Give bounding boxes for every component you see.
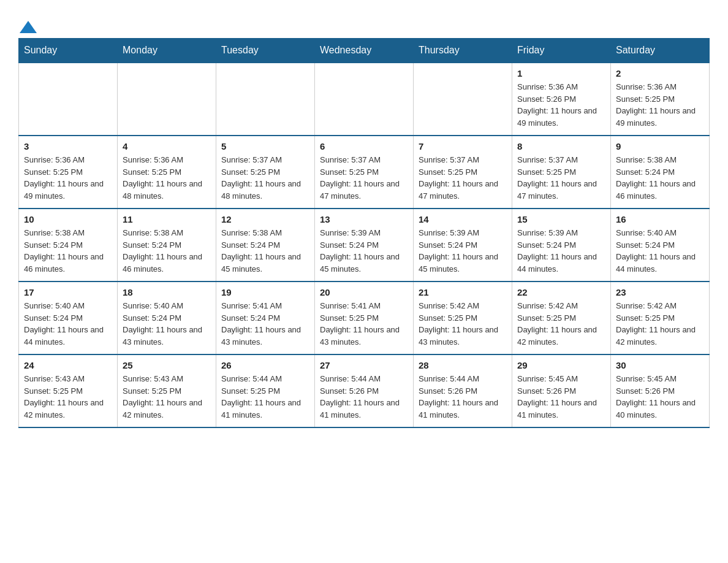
calendar-cell: 27Sunrise: 5:44 AMSunset: 5:26 PMDayligh… — [315, 354, 414, 427]
svg-marker-0 — [20, 21, 37, 33]
calendar-cell: 1Sunrise: 5:36 AMSunset: 5:26 PMDaylight… — [512, 63, 611, 136]
calendar-week-4: 17Sunrise: 5:40 AMSunset: 5:24 PMDayligh… — [19, 282, 710, 354]
day-info: Sunrise: 5:37 AMSunset: 5:25 PMDaylight:… — [419, 154, 507, 202]
calendar-cell: 13Sunrise: 5:39 AMSunset: 5:24 PMDayligh… — [315, 209, 414, 282]
weekday-header-monday: Monday — [118, 39, 216, 63]
calendar-cell: 19Sunrise: 5:41 AMSunset: 5:24 PMDayligh… — [216, 282, 315, 354]
day-info: Sunrise: 5:43 AMSunset: 5:25 PMDaylight:… — [24, 373, 112, 421]
calendar-cell — [216, 63, 315, 136]
day-info: Sunrise: 5:39 AMSunset: 5:24 PMDaylight:… — [517, 227, 605, 275]
day-number: 14 — [419, 214, 507, 224]
calendar-cell: 2Sunrise: 5:36 AMSunset: 5:25 PMDaylight… — [611, 63, 710, 136]
day-info: Sunrise: 5:39 AMSunset: 5:24 PMDaylight:… — [419, 227, 507, 275]
calendar-cell: 30Sunrise: 5:45 AMSunset: 5:26 PMDayligh… — [611, 354, 710, 427]
calendar-cell: 28Sunrise: 5:44 AMSunset: 5:26 PMDayligh… — [414, 354, 512, 427]
calendar-cell: 21Sunrise: 5:42 AMSunset: 5:25 PMDayligh… — [414, 282, 512, 354]
day-number: 13 — [320, 214, 408, 224]
day-number: 2 — [616, 68, 704, 79]
calendar-cell: 14Sunrise: 5:39 AMSunset: 5:24 PMDayligh… — [414, 209, 512, 282]
calendar-cell: 12Sunrise: 5:38 AMSunset: 5:24 PMDayligh… — [216, 209, 315, 282]
calendar-week-3: 10Sunrise: 5:38 AMSunset: 5:24 PMDayligh… — [19, 209, 710, 282]
day-info: Sunrise: 5:40 AMSunset: 5:24 PMDaylight:… — [616, 227, 704, 275]
day-number: 21 — [419, 287, 507, 297]
day-number: 23 — [616, 287, 704, 297]
calendar-cell — [118, 63, 216, 136]
day-number: 3 — [24, 141, 112, 151]
day-number: 26 — [221, 360, 309, 370]
day-info: Sunrise: 5:38 AMSunset: 5:24 PMDaylight:… — [221, 227, 309, 275]
calendar-cell: 10Sunrise: 5:38 AMSunset: 5:24 PMDayligh… — [19, 209, 118, 282]
day-number: 12 — [221, 214, 309, 224]
day-info: Sunrise: 5:45 AMSunset: 5:26 PMDaylight:… — [517, 373, 605, 421]
day-number: 20 — [320, 287, 408, 297]
calendar-cell: 17Sunrise: 5:40 AMSunset: 5:24 PMDayligh… — [19, 282, 118, 354]
day-number: 9 — [616, 141, 704, 151]
day-info: Sunrise: 5:42 AMSunset: 5:25 PMDaylight:… — [517, 300, 605, 348]
calendar-cell: 20Sunrise: 5:41 AMSunset: 5:25 PMDayligh… — [315, 282, 414, 354]
day-info: Sunrise: 5:40 AMSunset: 5:24 PMDaylight:… — [123, 300, 211, 348]
day-number: 28 — [419, 360, 507, 370]
day-info: Sunrise: 5:41 AMSunset: 5:24 PMDaylight:… — [221, 300, 309, 348]
day-number: 7 — [419, 141, 507, 151]
day-info: Sunrise: 5:37 AMSunset: 5:25 PMDaylight:… — [221, 154, 309, 202]
day-number: 24 — [24, 360, 112, 370]
calendar-table: SundayMondayTuesdayWednesdayThursdayFrid… — [18, 38, 710, 428]
calendar-week-5: 24Sunrise: 5:43 AMSunset: 5:25 PMDayligh… — [19, 354, 710, 427]
weekday-header-wednesday: Wednesday — [315, 39, 414, 63]
day-number: 22 — [517, 287, 605, 297]
day-info: Sunrise: 5:36 AMSunset: 5:25 PMDaylight:… — [24, 154, 112, 202]
day-info: Sunrise: 5:43 AMSunset: 5:25 PMDaylight:… — [123, 373, 211, 421]
weekday-header-thursday: Thursday — [414, 39, 512, 63]
calendar-cell: 22Sunrise: 5:42 AMSunset: 5:25 PMDayligh… — [512, 282, 611, 354]
calendar-cell: 6Sunrise: 5:37 AMSunset: 5:25 PMDaylight… — [315, 136, 414, 209]
calendar-cell: 24Sunrise: 5:43 AMSunset: 5:25 PMDayligh… — [19, 354, 118, 427]
day-info: Sunrise: 5:41 AMSunset: 5:25 PMDaylight:… — [320, 300, 408, 348]
calendar-cell: 26Sunrise: 5:44 AMSunset: 5:25 PMDayligh… — [216, 354, 315, 427]
day-info: Sunrise: 5:40 AMSunset: 5:24 PMDaylight:… — [24, 300, 112, 348]
day-info: Sunrise: 5:38 AMSunset: 5:24 PMDaylight:… — [123, 227, 211, 275]
calendar-cell: 5Sunrise: 5:37 AMSunset: 5:25 PMDaylight… — [216, 136, 315, 209]
day-info: Sunrise: 5:39 AMSunset: 5:24 PMDaylight:… — [320, 227, 408, 275]
day-number: 30 — [616, 360, 704, 370]
weekday-header-tuesday: Tuesday — [216, 39, 315, 63]
weekday-header-friday: Friday — [512, 39, 611, 63]
calendar-week-1: 1Sunrise: 5:36 AMSunset: 5:26 PMDaylight… — [19, 63, 710, 136]
day-info: Sunrise: 5:44 AMSunset: 5:26 PMDaylight:… — [419, 373, 507, 421]
calendar-week-2: 3Sunrise: 5:36 AMSunset: 5:25 PMDaylight… — [19, 136, 710, 209]
day-info: Sunrise: 5:37 AMSunset: 5:25 PMDaylight:… — [517, 154, 605, 202]
day-number: 4 — [123, 141, 211, 151]
calendar-cell: 16Sunrise: 5:40 AMSunset: 5:24 PMDayligh… — [611, 209, 710, 282]
logo — [18, 18, 37, 32]
calendar-cell — [414, 63, 512, 136]
day-info: Sunrise: 5:45 AMSunset: 5:26 PMDaylight:… — [616, 373, 704, 421]
day-number: 1 — [517, 68, 605, 79]
page-header — [18, 12, 710, 32]
day-number: 17 — [24, 287, 112, 297]
day-info: Sunrise: 5:36 AMSunset: 5:26 PMDaylight:… — [517, 81, 605, 129]
day-number: 10 — [24, 214, 112, 224]
day-info: Sunrise: 5:44 AMSunset: 5:25 PMDaylight:… — [221, 373, 309, 421]
calendar-cell: 11Sunrise: 5:38 AMSunset: 5:24 PMDayligh… — [118, 209, 216, 282]
day-number: 8 — [517, 141, 605, 151]
day-number: 5 — [221, 141, 309, 151]
day-number: 25 — [123, 360, 211, 370]
day-info: Sunrise: 5:44 AMSunset: 5:26 PMDaylight:… — [320, 373, 408, 421]
day-number: 19 — [221, 287, 309, 297]
day-info: Sunrise: 5:37 AMSunset: 5:25 PMDaylight:… — [320, 154, 408, 202]
calendar-cell: 23Sunrise: 5:42 AMSunset: 5:25 PMDayligh… — [611, 282, 710, 354]
calendar-cell: 18Sunrise: 5:40 AMSunset: 5:24 PMDayligh… — [118, 282, 216, 354]
weekday-header-saturday: Saturday — [611, 39, 710, 63]
day-info: Sunrise: 5:38 AMSunset: 5:24 PMDaylight:… — [616, 154, 704, 202]
logo-icon — [20, 20, 37, 34]
day-number: 29 — [517, 360, 605, 370]
weekday-header-sunday: Sunday — [19, 39, 118, 63]
calendar-cell: 15Sunrise: 5:39 AMSunset: 5:24 PMDayligh… — [512, 209, 611, 282]
calendar-cell: 29Sunrise: 5:45 AMSunset: 5:26 PMDayligh… — [512, 354, 611, 427]
day-number: 18 — [123, 287, 211, 297]
calendar-cell — [19, 63, 118, 136]
calendar-cell: 25Sunrise: 5:43 AMSunset: 5:25 PMDayligh… — [118, 354, 216, 427]
day-info: Sunrise: 5:42 AMSunset: 5:25 PMDaylight:… — [616, 300, 704, 348]
calendar-cell: 7Sunrise: 5:37 AMSunset: 5:25 PMDaylight… — [414, 136, 512, 209]
day-number: 27 — [320, 360, 408, 370]
day-info: Sunrise: 5:42 AMSunset: 5:25 PMDaylight:… — [419, 300, 507, 348]
